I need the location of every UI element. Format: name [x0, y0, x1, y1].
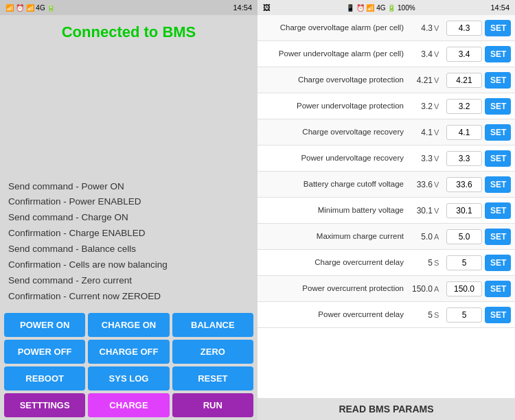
param-row: Power undervoltage protection 3.2 V SET	[258, 93, 515, 119]
left-status-icons: 📶 ⏰ 📶 4G 🔋	[5, 4, 55, 12]
right-status-time: 14:54	[490, 3, 510, 12]
param-row: Minimum battery voltage 30.1 V SET	[258, 198, 515, 224]
param-set-1[interactable]: SET	[485, 46, 511, 62]
log-item: Send command - Zero current	[8, 273, 249, 289]
left-status-bar: 📶 ⏰ 📶 4G 🔋 14:54	[0, 0, 258, 15]
param-value-10: 150.0	[407, 284, 434, 294]
charge-on-button[interactable]: CHARGE ON	[88, 313, 169, 337]
param-row: Power undervoltage alarm (per cell) 3.4 …	[258, 41, 515, 67]
param-unit-8: A	[434, 233, 444, 241]
param-row: Power overcurrent protection 150.0 A SET	[258, 276, 515, 302]
param-label-10: Power overcurrent protection	[262, 283, 407, 294]
log-area: Send command - Power ON Confirmation - P…	[0, 47, 258, 310]
param-label-8: Maximum charge current	[262, 231, 407, 242]
param-set-5[interactable]: SET	[485, 150, 511, 167]
param-set-2[interactable]: SET	[485, 72, 511, 89]
param-unit-1: V	[434, 50, 444, 58]
param-label-4: Charge overvoltage recovery	[262, 127, 407, 137]
syslog-button[interactable]: SYS LOG	[88, 366, 169, 390]
param-unit-9: S	[434, 259, 444, 267]
param-value-0: 4.3	[407, 23, 434, 33]
log-item: Confirmation - Power ENABLED	[8, 194, 249, 210]
param-value-7: 30.1	[407, 206, 434, 215]
param-set-10[interactable]: SET	[485, 281, 511, 297]
param-input-7[interactable]	[446, 203, 482, 218]
reset-button[interactable]: RESET	[172, 366, 253, 390]
param-input-3[interactable]	[446, 99, 482, 114]
log-item: Confirmation - Current now ZEROED	[8, 289, 249, 305]
param-label-5: Power undervoltage recovery	[262, 153, 407, 163]
param-row: Maximum charge current 5.0 A SET	[258, 224, 515, 250]
param-set-3[interactable]: SET	[485, 98, 511, 115]
param-value-11: 5	[407, 310, 434, 320]
param-label-0: Charge overvoltage alarm (per cell)	[262, 23, 407, 33]
param-row: Power overcurrent delay 5 S SET	[258, 302, 515, 328]
right-status-bar: 🖼 📱 ⏰ 📶 4G 🔋 100% 14:54	[258, 0, 515, 15]
param-set-0[interactable]: SET	[485, 20, 511, 36]
param-value-2: 4.21	[407, 75, 434, 85]
reboot-button[interactable]: REBOOT	[4, 366, 85, 390]
param-input-10[interactable]	[446, 281, 482, 296]
param-input-1[interactable]	[446, 47, 482, 62]
log-item: Send command - Balance cells	[8, 242, 249, 257]
right-photo-icon: 🖼	[263, 3, 271, 12]
param-value-5: 3.3	[407, 154, 434, 163]
param-input-0[interactable]	[446, 21, 482, 36]
read-bms-button[interactable]: READ BMS PARAMS	[258, 398, 515, 420]
param-row: Charge overvoltage recovery 4.1 V SET	[258, 119, 515, 145]
charge-button[interactable]: CHARGE	[88, 393, 169, 417]
param-value-4: 4.1	[407, 128, 434, 137]
power-off-button[interactable]: POWER OFF	[4, 340, 85, 364]
left-panel: 📶 ⏰ 📶 4G 🔋 14:54 Connected to BMS Send c…	[0, 0, 258, 420]
param-label-2: Charge overvoltage protection	[262, 75, 407, 85]
zero-button[interactable]: ZERO	[172, 340, 253, 364]
log-item: Confirmation - Cells are now balancing	[8, 257, 249, 273]
param-input-5[interactable]	[446, 151, 482, 166]
param-set-9[interactable]: SET	[485, 255, 511, 271]
param-label-3: Power undervoltage protection	[262, 101, 407, 111]
param-set-4[interactable]: SET	[485, 124, 511, 141]
param-unit-0: V	[434, 24, 444, 32]
param-input-2[interactable]	[446, 73, 482, 88]
param-set-7[interactable]: SET	[485, 202, 511, 219]
settings-button[interactable]: SETTTINGS	[4, 393, 85, 417]
connected-label: Connected to BMS	[62, 23, 196, 40]
param-unit-6: V	[434, 180, 444, 189]
param-unit-2: V	[434, 76, 444, 84]
balance-button[interactable]: BALANCE	[172, 313, 253, 337]
param-unit-7: V	[434, 207, 444, 215]
param-row: Charge overvoltage protection 4.21 V SET	[258, 67, 515, 93]
param-unit-5: V	[434, 154, 444, 163]
run-button[interactable]: RUN	[172, 393, 253, 417]
left-status-time: 14:54	[233, 3, 252, 12]
param-input-11[interactable]	[446, 307, 482, 323]
param-unit-4: V	[434, 128, 444, 137]
param-set-6[interactable]: SET	[485, 176, 511, 193]
param-label-6: Battery charge cutoff voltage	[262, 179, 407, 189]
button-grid: POWER ON CHARGE ON BALANCE POWER OFF CHA…	[0, 310, 258, 420]
param-value-8: 5.0	[407, 232, 434, 242]
log-item: Send command - Power ON	[8, 179, 249, 195]
param-value-1: 3.4	[407, 49, 434, 59]
param-input-4[interactable]	[446, 125, 482, 140]
param-input-8[interactable]	[446, 229, 482, 244]
log-item: Send command - Charge ON	[8, 210, 249, 226]
param-label-11: Power overcurrent delay	[262, 310, 407, 320]
param-label-9: Charge overcurrent delay	[262, 257, 407, 268]
param-value-9: 5	[407, 258, 434, 268]
param-input-6[interactable]	[446, 177, 482, 192]
power-on-button[interactable]: POWER ON	[4, 313, 85, 337]
right-panel: 🖼 📱 ⏰ 📶 4G 🔋 100% 14:54 Charge overvolta…	[258, 0, 515, 420]
param-set-8[interactable]: SET	[485, 229, 511, 245]
param-unit-3: V	[434, 102, 444, 110]
param-unit-11: S	[434, 311, 444, 319]
connected-banner: Connected to BMS	[0, 15, 258, 47]
param-value-3: 3.2	[407, 102, 434, 111]
params-list: Charge overvoltage alarm (per cell) 4.3 …	[258, 15, 515, 398]
charge-off-button[interactable]: CHARGE OFF	[88, 340, 169, 364]
param-row: Power undervoltage recovery 3.3 V SET	[258, 145, 515, 172]
param-input-9[interactable]	[446, 255, 482, 270]
param-label-7: Minimum battery voltage	[262, 205, 407, 215]
param-row: Charge overvoltage alarm (per cell) 4.3 …	[258, 15, 515, 41]
param-set-11[interactable]: SET	[485, 307, 511, 323]
